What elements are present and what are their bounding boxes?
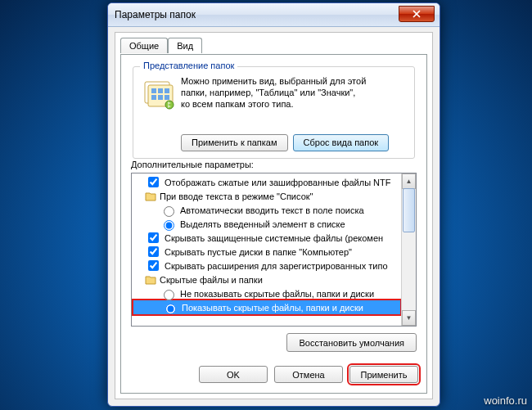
svg-rect-5 [151, 95, 156, 100]
advanced-settings-label: Дополнительные параметры: [131, 160, 254, 169]
ok-button[interactable]: OK [199, 366, 268, 383]
titlebar[interactable]: Параметры папок [108, 3, 440, 27]
folder-icon [145, 274, 156, 286]
tree-content: Отображать сжатые или зашифрованные файл… [132, 173, 402, 326]
checkbox[interactable] [148, 260, 159, 271]
highlight-show-hidden: Показывать скрытые файлы, папки и диски [132, 299, 402, 316]
checkbox[interactable] [148, 246, 159, 257]
svg-rect-7 [165, 95, 169, 100]
radio[interactable] [164, 220, 174, 231]
dialog-body: Общие Вид Представление папок Можно прим… [115, 32, 433, 399]
svg-rect-3 [158, 88, 163, 93]
tree-item-list-typing[interactable]: При вводе текста в режиме "Список" [132, 189, 402, 203]
scroll-thumb[interactable] [403, 188, 415, 232]
folder-icon [145, 191, 156, 202]
checkbox[interactable] [148, 232, 159, 243]
group-description: Можно применить вид, выбранный для этой … [181, 75, 406, 110]
scroll-up-button[interactable]: ▲ [402, 173, 416, 189]
tree-item-hide-extensions[interactable]: Скрывать расширения для зарегистрированн… [132, 259, 402, 273]
tree-item-hidden-files[interactable]: Скрытые файлы и папки [132, 273, 402, 286]
group-buttons: Применить к папкам Сброс вида папок [181, 134, 389, 151]
tab-general[interactable]: Общие [120, 38, 168, 53]
scroll-down-button[interactable]: ▼ [402, 310, 416, 326]
advanced-settings-tree[interactable]: Отображать сжатые или зашифрованные файл… [131, 173, 417, 327]
cancel-button[interactable]: Отмена [274, 366, 343, 383]
reset-folders-button[interactable]: Сброс вида папок [293, 134, 390, 151]
restore-defaults-button[interactable]: Восстановить умолчания [286, 333, 417, 352]
tree-item-dont-show-hidden[interactable]: Не показывать скрытые файлы, папки и дис… [132, 286, 402, 300]
svg-rect-4 [165, 88, 169, 93]
watermark: woinfo.ru [484, 394, 527, 407]
tab-panel-view: Представление папок Можно применить вид,… [120, 54, 427, 394]
tree-item-show-hidden[interactable]: Показывать скрытые файлы, папки и диски [133, 300, 400, 314]
folder-options-dialog: Параметры папок Общие Вид Представление … [107, 2, 440, 407]
svg-rect-6 [158, 95, 163, 100]
tree-item-select-typed[interactable]: Выделять введенный элемент в списке [132, 217, 402, 231]
tree-item-auto-type[interactable]: Автоматически вводить текст в поле поиск… [132, 203, 402, 217]
tab-view[interactable]: Вид [168, 38, 202, 53]
apply-button[interactable]: Применить [349, 366, 418, 383]
tree-item-hide-protected[interactable]: Скрывать защищенные системные файлы (рек… [132, 231, 402, 245]
scrollbar[interactable]: ▲ ▼ [401, 173, 416, 326]
svg-rect-2 [151, 88, 156, 93]
folder-views-group: Представление папок Можно применить вид,… [133, 66, 415, 159]
folders-icon [142, 77, 174, 110]
radio[interactable] [165, 304, 176, 314]
group-label: Представление папок [140, 61, 237, 70]
close-button[interactable] [399, 6, 435, 22]
dialog-title: Параметры папок [115, 9, 196, 20]
radio[interactable] [164, 290, 174, 300]
radio[interactable] [164, 206, 174, 217]
tab-strip: Общие Вид [120, 38, 202, 53]
checkbox[interactable] [148, 177, 159, 187]
apply-to-folders-button[interactable]: Применить к папкам [181, 134, 288, 151]
tree-item-ntfs-color[interactable]: Отображать сжатые или зашифрованные файл… [132, 175, 402, 189]
tree-item-hide-empty-drives[interactable]: Скрывать пустые диски в папке "Компьютер… [132, 245, 402, 259]
close-icon [413, 10, 421, 18]
dialog-buttons: OK Отмена Применить [199, 366, 418, 383]
svg-point-8 [165, 101, 174, 109]
